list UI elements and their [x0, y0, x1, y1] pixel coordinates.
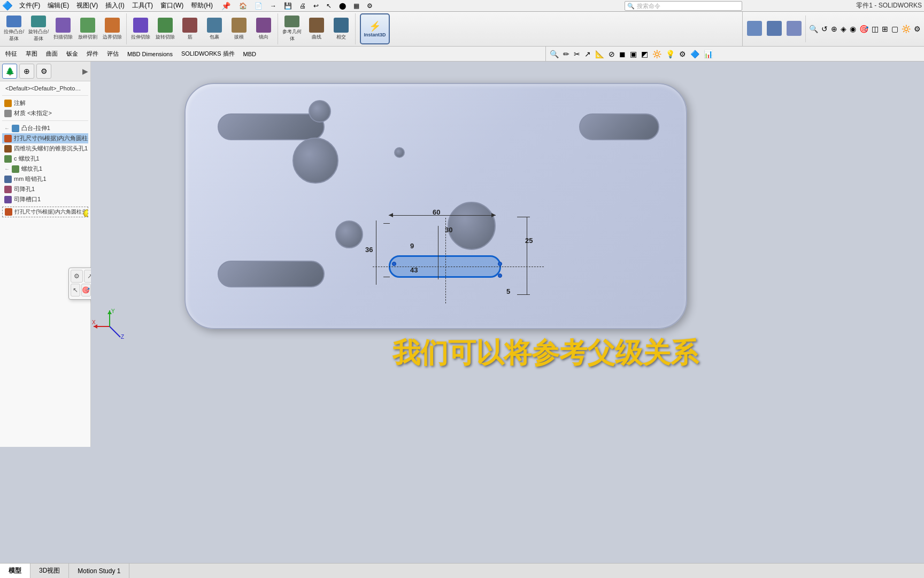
vt-btn-13[interactable]: 🔷 — [690, 50, 699, 58]
left-panel: 🌲 ⊕ ⚙ ▶ <Default><Default>_PhotoWorks Di… — [0, 62, 91, 447]
loft-icon — [80, 18, 95, 33]
menu-tools[interactable]: 工具(T) — [129, 0, 156, 11]
rt-btn-1[interactable] — [745, 14, 764, 43]
mirror-button[interactable]: 镜向 — [252, 14, 275, 43]
extrude-cut-icon — [133, 18, 148, 33]
vt-btn-11[interactable]: 💡 — [666, 50, 675, 58]
feature-hole-wizard-1[interactable]: 打孔尺寸(%根据)内六角圆柱头螺钉的类型 — [2, 133, 88, 143]
nav-save[interactable]: 💾 — [281, 1, 295, 11]
panel-expand-btn[interactable]: ▶ — [82, 67, 88, 75]
tab-3d-view[interactable]: 3D视图 — [30, 564, 69, 578]
vt-btn-4[interactable]: ↗ — [584, 50, 591, 58]
nav-undo[interactable]: ↩ — [310, 1, 322, 11]
tab-mbd-dim[interactable]: MBD Dimensions — [124, 50, 176, 58]
view-btn-5[interactable]: ◉ — [850, 25, 856, 33]
vt-btn-6[interactable]: ⊘ — [609, 50, 615, 58]
feature-tree-tab[interactable]: 🌲 — [2, 64, 17, 79]
vt-btn-8[interactable]: ▣ — [630, 50, 637, 58]
view-btn-3[interactable]: ⊕ — [831, 25, 837, 33]
feature-countersink[interactable]: 四维坑头螺钉的锥形沉头孔1 — [2, 143, 88, 154]
vt-btn-2[interactable]: ✏ — [563, 50, 569, 58]
dim-arrow-60-left — [389, 213, 393, 217]
nav-gear[interactable]: ⚙ — [364, 1, 376, 11]
view-btn-2[interactable]: ↺ — [821, 25, 828, 33]
nav-arrow[interactable]: → — [267, 1, 280, 11]
nav-circle[interactable]: ⬤ — [336, 1, 349, 11]
extrude-cut-button[interactable]: 拉伸切除 — [129, 14, 152, 43]
tab-model[interactable]: 模型 — [0, 564, 30, 578]
feature-thread-hole[interactable]: ← 螺纹孔1 — [2, 164, 88, 174]
menu-view[interactable]: 视图(V) — [73, 0, 101, 11]
vt-btn-14[interactable]: 📊 — [704, 50, 713, 58]
menu-insert[interactable]: 插入(I) — [102, 0, 127, 11]
draft-button[interactable]: 拔模 — [227, 14, 251, 43]
feature-material[interactable]: 材质 <未指定> — [2, 108, 88, 118]
loft-cut-button[interactable]: 放样切割 — [76, 14, 99, 43]
extrude-boss-button[interactable]: 拉伸凸台/基体 — [2, 14, 26, 43]
nav-new[interactable]: 📄 — [251, 1, 266, 11]
feature-slot[interactable]: 司降槽口1 — [2, 194, 88, 204]
pt-cursor-btn[interactable]: ↖ — [71, 284, 80, 296]
nav-home[interactable]: 🏠 — [236, 1, 250, 11]
tab-sw-plugin[interactable]: SOLIDWORKS 插件 — [178, 49, 238, 59]
viewport[interactable]: 60 30 36 9 43 25 5 — [91, 62, 924, 447]
menu-edit[interactable]: 编辑(E) — [44, 0, 72, 11]
dowel-icon — [4, 176, 12, 183]
intersect-button[interactable]: 相交 — [329, 14, 353, 43]
view-btn-9[interactable]: ▢ — [891, 25, 898, 33]
view-btn-10[interactable]: 🔆 — [902, 25, 911, 33]
rt-btn-3[interactable] — [784, 14, 803, 43]
rib-button[interactable]: 筋 — [178, 14, 202, 43]
rt-btn-2[interactable] — [765, 14, 783, 43]
feature-hole-wizard-2[interactable]: 打孔尺寸(%根据)内六角圆柱头螺钉的类型2 — [2, 207, 88, 217]
feature-extrude1[interactable]: ← 凸台-拉伸1 — [2, 123, 88, 133]
view-btn-1[interactable]: 🔍 — [809, 25, 818, 33]
menu-window[interactable]: 窗口(W) — [157, 0, 187, 11]
vt-btn-9[interactable]: ◩ — [641, 50, 648, 58]
curves-button[interactable]: 曲线 — [305, 14, 328, 43]
view-btn-7[interactable]: ◫ — [872, 25, 879, 33]
property-tab[interactable]: ⊕ — [19, 64, 34, 79]
vt-btn-5[interactable]: 📐 — [595, 50, 604, 58]
tab-surface[interactable]: 曲面 — [43, 49, 61, 59]
ref-geometry-button[interactable]: 参考几何体 — [280, 14, 304, 43]
tab-weldment[interactable]: 焊件 — [83, 49, 102, 59]
tab-sketch[interactable]: 草图 — [22, 49, 41, 59]
nav-cursor[interactable]: ↖ — [323, 1, 335, 11]
tab-mbd[interactable]: MBD — [240, 50, 259, 58]
vt-btn-3[interactable]: ✂ — [574, 50, 580, 58]
boundary-cut-button[interactable]: 边界切除 — [101, 14, 124, 43]
nav-menu2[interactable]: ▦ — [350, 1, 363, 11]
config-tab[interactable]: ⚙ — [36, 64, 51, 79]
feature-dowel-hole[interactable]: mm 暗销孔1 — [2, 174, 88, 184]
tab-evaluate[interactable]: 评估 — [104, 49, 122, 59]
vt-btn-7[interactable]: ◼ — [619, 50, 626, 58]
tab-features[interactable]: 特征 — [2, 49, 20, 59]
sweep-cut-button[interactable]: 扫描切除 — [51, 14, 75, 43]
tick-1 — [383, 223, 390, 224]
tab-sheetmetal[interactable]: 钣金 — [63, 49, 81, 59]
pt-gear-btn[interactable]: ⚙ — [71, 270, 83, 283]
feature-thread-hole-c[interactable]: c 螺纹孔1 — [2, 154, 88, 164]
instant3d-button[interactable]: ⚡ Instant3D — [360, 13, 390, 44]
view-btn-8[interactable]: ⊞ — [882, 25, 888, 33]
menu-help[interactable]: 帮助(H) — [188, 0, 216, 11]
vt-btn-1[interactable]: 🔍 — [550, 50, 559, 58]
menu-file[interactable]: 文件(F) — [16, 0, 43, 11]
config-item[interactable]: <Default><Default>_PhotoWorks Di — [2, 83, 88, 93]
revolve-cut-button[interactable]: 旋转切除 — [153, 14, 177, 43]
feature-cored-hole[interactable]: 司降孔1 — [2, 184, 88, 194]
revolve-boss-button[interactable]: 旋转凸台/基体 — [27, 14, 50, 43]
pt-target-btn[interactable]: 🎯 — [81, 284, 91, 296]
vt-btn-12[interactable]: ⚙ — [679, 50, 686, 58]
view-btn-6[interactable]: 🎯 — [859, 25, 868, 33]
main-plate[interactable]: 60 30 36 9 43 25 5 — [184, 83, 687, 329]
feature-annotation[interactable]: 注解 — [2, 98, 88, 108]
vt-btn-10[interactable]: 🔆 — [652, 50, 661, 58]
search-input[interactable]: 🔍 搜索命令 — [625, 1, 742, 11]
wrap-button[interactable]: 包裹 — [203, 14, 226, 43]
tab-motion-study[interactable]: Motion Study 1 — [69, 564, 129, 578]
nav-print[interactable]: 🖨 — [296, 1, 309, 11]
view-btn-4[interactable]: ◈ — [841, 25, 846, 33]
view-btn-11[interactable]: ⚙ — [914, 25, 921, 33]
